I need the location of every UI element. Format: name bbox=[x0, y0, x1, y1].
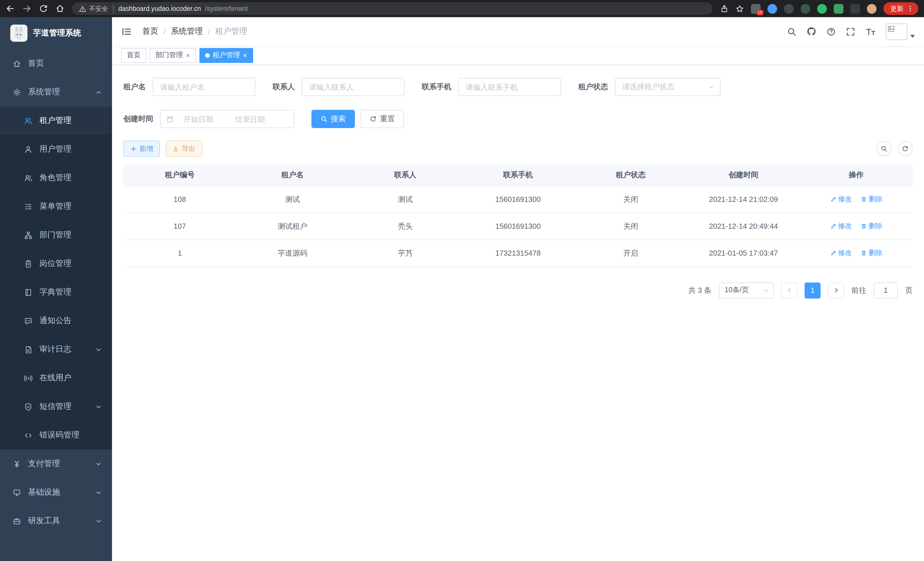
cell-contact: 芋艿 bbox=[349, 240, 462, 266]
edit-link[interactable]: 修改 bbox=[830, 221, 852, 231]
browser-home-icon[interactable] bbox=[56, 4, 64, 13]
sidebar-item-devtools[interactable]: 研发工具 bbox=[0, 507, 112, 535]
sidebar-item-online-user[interactable]: 在线用户 bbox=[0, 364, 112, 392]
help-icon[interactable] bbox=[826, 27, 836, 36]
sidebar-item-home[interactable]: 首页 bbox=[0, 49, 112, 78]
extension-icon[interactable] bbox=[767, 4, 777, 14]
sidebar-item-label: 首页 bbox=[28, 58, 44, 69]
contact-input[interactable] bbox=[302, 78, 405, 96]
bookmark-star-icon[interactable] bbox=[735, 4, 744, 13]
sidebar-item-infrastructure[interactable]: 基础设施 bbox=[0, 478, 112, 507]
search-button[interactable]: 搜索 bbox=[311, 110, 355, 128]
fullscreen-icon[interactable] bbox=[846, 27, 855, 36]
breadcrumb-current: 租户管理 bbox=[215, 26, 248, 37]
chevron-down-icon bbox=[95, 403, 102, 410]
edit-link[interactable]: 修改 bbox=[830, 248, 852, 258]
address-bar[interactable]: 不安全 | dashboard.yudao.iocoder.cn/system/… bbox=[72, 2, 712, 15]
breadcrumb-home[interactable]: 首页 bbox=[142, 26, 158, 37]
profile-icon[interactable] bbox=[867, 4, 877, 14]
tab-home[interactable]: 首页 bbox=[121, 48, 146, 63]
puzzle-extensions-icon[interactable] bbox=[850, 4, 860, 14]
cell-created: 2021-12-14 20:49:44 bbox=[687, 213, 800, 240]
refresh-icon bbox=[902, 145, 909, 152]
edit-link[interactable]: 修改 bbox=[830, 194, 852, 204]
trash-icon bbox=[861, 250, 867, 256]
tags-view-bar: 首页 部门管理 租户管理 bbox=[112, 46, 924, 65]
extension-icon[interactable] bbox=[834, 4, 843, 14]
sidebar-item-tenant[interactable]: 租户管理 bbox=[0, 106, 112, 135]
hamburger-icon[interactable] bbox=[121, 26, 132, 37]
browser-update-button[interactable]: 更新 bbox=[884, 2, 918, 15]
sidebar-item-user[interactable]: 用户管理 bbox=[0, 135, 112, 164]
sidebar-item-label: 审计日志 bbox=[39, 344, 71, 355]
sidebar-item-dict[interactable]: 字典管理 bbox=[0, 278, 112, 307]
reset-button[interactable]: 重置 bbox=[361, 110, 404, 128]
github-icon[interactable] bbox=[806, 26, 817, 37]
page-number-1[interactable]: 1 bbox=[805, 282, 820, 298]
chevron-down-icon bbox=[95, 346, 102, 353]
browser-forward-icon[interactable] bbox=[22, 4, 32, 13]
page-size-select[interactable]: 10条/页 bbox=[719, 282, 774, 298]
sidebar-item-dept[interactable]: 部门管理 bbox=[0, 221, 112, 249]
extension-icon[interactable] bbox=[784, 4, 794, 14]
delete-link[interactable]: 删除 bbox=[861, 221, 882, 231]
delete-link[interactable]: 删除 bbox=[861, 248, 882, 258]
browser-refresh-icon[interactable] bbox=[39, 4, 48, 13]
export-button[interactable]: 导出 bbox=[166, 141, 202, 157]
extension-badge: 10 bbox=[756, 9, 764, 15]
date-start-input[interactable] bbox=[177, 115, 219, 123]
sidebar-item-error-code[interactable]: 错误码管理 bbox=[0, 421, 112, 450]
date-range-picker[interactable]: - bbox=[160, 110, 294, 128]
security-label: 不安全 bbox=[89, 4, 108, 13]
tenant-name-input[interactable] bbox=[153, 78, 255, 96]
sidebar-item-role[interactable]: 角色管理 bbox=[0, 164, 112, 192]
plus-icon bbox=[130, 146, 136, 152]
code-icon bbox=[24, 431, 33, 439]
caret-down-icon bbox=[910, 35, 915, 38]
refresh-table-button[interactable] bbox=[898, 141, 913, 156]
close-icon[interactable] bbox=[186, 53, 190, 57]
delete-label: 删除 bbox=[868, 248, 882, 258]
toggle-search-button[interactable] bbox=[877, 141, 891, 156]
sidebar-item-label: 通知公告 bbox=[39, 316, 71, 326]
goto-page-input[interactable] bbox=[874, 282, 898, 298]
search-icon[interactable] bbox=[787, 27, 796, 36]
extension-icon[interactable] bbox=[817, 4, 827, 14]
chevron-down-icon bbox=[95, 461, 102, 467]
share-icon[interactable] bbox=[720, 4, 729, 13]
security-indicator[interactable]: 不安全 bbox=[79, 4, 108, 13]
close-icon[interactable] bbox=[243, 53, 248, 57]
notice-bubble-icon bbox=[24, 317, 33, 325]
sidebar-item-sms[interactable]: 短信管理 bbox=[0, 392, 112, 421]
sidebar-item-audit-log[interactable]: 审计日志 bbox=[0, 335, 112, 364]
sidebar-item-menu[interactable]: 菜单管理 bbox=[0, 192, 112, 221]
add-button[interactable]: 新增 bbox=[123, 141, 160, 157]
user-menu[interactable] bbox=[886, 23, 915, 40]
extension-icon[interactable]: 10 bbox=[751, 4, 760, 14]
export-button-label: 导出 bbox=[182, 144, 195, 153]
sms-shield-icon bbox=[24, 402, 33, 411]
status-select[interactable]: 请选择租户状态 bbox=[615, 78, 721, 96]
cell-status: 开启 bbox=[574, 240, 687, 266]
tab-label: 首页 bbox=[127, 50, 141, 60]
extension-icon[interactable] bbox=[801, 4, 810, 14]
font-size-icon[interactable] bbox=[865, 27, 876, 36]
delete-link[interactable]: 删除 bbox=[861, 194, 882, 204]
table-row: 107 测试租户 秃头 15601691300 关闭 2021-12-14 20… bbox=[123, 213, 913, 240]
phone-input[interactable] bbox=[458, 78, 561, 96]
date-end-input[interactable] bbox=[229, 115, 271, 123]
tab-tenant[interactable]: 租户管理 bbox=[200, 48, 253, 63]
sidebar-item-notice[interactable]: 通知公告 bbox=[0, 307, 112, 335]
browser-back-icon[interactable] bbox=[6, 4, 15, 13]
next-page-button[interactable] bbox=[828, 282, 844, 298]
sidebar-item-payment[interactable]: 支付管理 bbox=[0, 450, 112, 478]
toolbox-icon bbox=[13, 517, 21, 525]
breadcrumb-separator: / bbox=[164, 27, 166, 36]
sidebar-item-post[interactable]: 岗位管理 bbox=[0, 249, 112, 278]
sidebar-item-system[interactable]: 系统管理 bbox=[0, 78, 112, 106]
breadcrumb-system[interactable]: 系统管理 bbox=[171, 26, 203, 37]
home-icon bbox=[13, 59, 21, 68]
tab-dept[interactable]: 部门管理 bbox=[150, 48, 196, 63]
prev-page-button[interactable] bbox=[781, 282, 797, 298]
logo[interactable]: 芋道管理系统 bbox=[0, 17, 112, 49]
